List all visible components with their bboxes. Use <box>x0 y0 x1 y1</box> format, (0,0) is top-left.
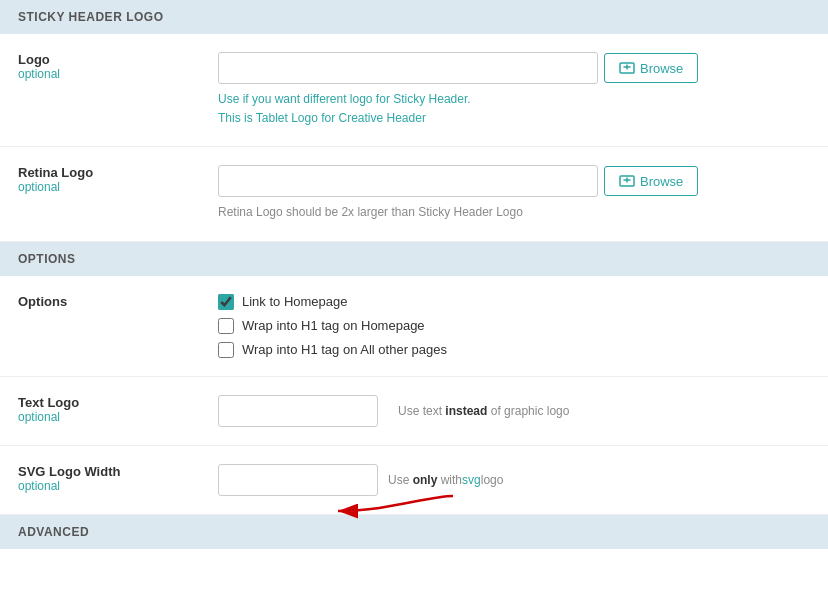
svg-logo-width-field-row: SVG Logo Width optional Use only with sv… <box>0 446 828 515</box>
text-logo-field-row: Text Logo optional Use text instead of g… <box>0 377 828 446</box>
options-list: Link to Homepage Wrap into H1 tag on Hom… <box>218 294 810 358</box>
retina-browse-button[interactable]: Browse <box>604 166 698 196</box>
logo-content: Browse Use if you want different logo fo… <box>218 52 810 128</box>
logo-hint-line1: Use if you want different logo for Stick… <box>218 90 810 109</box>
retina-logo-content: Browse Retina Logo should be 2x larger t… <box>218 165 810 222</box>
options-label-col: Options <box>18 294 218 309</box>
logo-browse-label: Browse <box>640 61 683 76</box>
section-header-options: OPTIONS <box>0 242 828 276</box>
logo-optional: optional <box>18 67 218 81</box>
svg-logo-width-label: SVG Logo Width <box>18 464 218 479</box>
svg-logo-width-hint: Use only with svg logo <box>388 473 503 487</box>
section-title-sticky-logo: STICKY HEADER LOGO <box>18 10 163 24</box>
option-label-wrap-h1-other: Wrap into H1 tag on All other pages <box>242 342 447 357</box>
browse-icon <box>619 60 635 76</box>
option-label-link-to-homepage: Link to Homepage <box>242 294 348 309</box>
text-logo-optional: optional <box>18 410 218 424</box>
section-title-advanced: ADVANCED <box>18 525 89 539</box>
logo-input[interactable] <box>218 52 598 84</box>
text-logo-label: Text Logo <box>18 395 218 410</box>
logo-hint-line2: This is Tablet Logo for Creative Header <box>218 109 810 128</box>
text-logo-label-col: Text Logo optional <box>18 395 218 424</box>
text-logo-content: Use text instead of graphic logo <box>218 395 810 427</box>
logo-browse-button[interactable]: Browse <box>604 53 698 83</box>
retina-logo-optional: optional <box>18 180 218 194</box>
checkbox-wrap-h1-homepage[interactable] <box>218 318 234 334</box>
hint-only: only <box>409 473 440 487</box>
option-label-wrap-h1-homepage: Wrap into H1 tag on Homepage <box>242 318 425 333</box>
option-wrap-h1-homepage[interactable]: Wrap into H1 tag on Homepage <box>218 318 810 334</box>
options-label: Options <box>18 294 218 309</box>
retina-logo-input[interactable] <box>218 165 598 197</box>
logo-field-row: Logo optional Browse Use if you want dif… <box>0 34 828 147</box>
red-arrow-svg <box>268 486 468 526</box>
logo-hint: Use if you want different logo for Stick… <box>218 90 810 128</box>
options-content: Link to Homepage Wrap into H1 tag on Hom… <box>218 294 810 358</box>
logo-input-row: Browse <box>218 52 810 84</box>
text-logo-hint: Use text instead of graphic logo <box>398 404 569 418</box>
text-logo-input[interactable] <box>218 395 378 427</box>
svg-logo-width-label-col: SVG Logo Width optional <box>18 464 218 493</box>
logo-label: Logo <box>18 52 218 67</box>
section-header-sticky-logo: STICKY HEADER LOGO <box>0 0 828 34</box>
option-wrap-h1-other[interactable]: Wrap into H1 tag on All other pages <box>218 342 810 358</box>
svg-logo-width-content: Use only with svg logo <box>218 464 810 496</box>
retina-label-col: Retina Logo optional <box>18 165 218 194</box>
checkbox-link-to-homepage[interactable] <box>218 294 234 310</box>
section-title-options: OPTIONS <box>18 252 76 266</box>
option-link-to-homepage[interactable]: Link to Homepage <box>218 294 810 310</box>
retina-browse-label: Browse <box>640 174 683 189</box>
options-field-row: Options Link to Homepage Wrap into H1 ta… <box>0 276 828 377</box>
retina-hint: Retina Logo should be 2x larger than Sti… <box>218 203 810 222</box>
retina-input-row: Browse <box>218 165 810 197</box>
retina-browse-icon <box>619 173 635 189</box>
retina-logo-field-row: Retina Logo optional Browse Retina Logo … <box>0 147 828 241</box>
hint-svg: svg <box>462 473 481 487</box>
retina-logo-label: Retina Logo <box>18 165 218 180</box>
logo-label-col: Logo optional <box>18 52 218 81</box>
checkbox-wrap-h1-other[interactable] <box>218 342 234 358</box>
svg-logo-width-optional: optional <box>18 479 218 493</box>
